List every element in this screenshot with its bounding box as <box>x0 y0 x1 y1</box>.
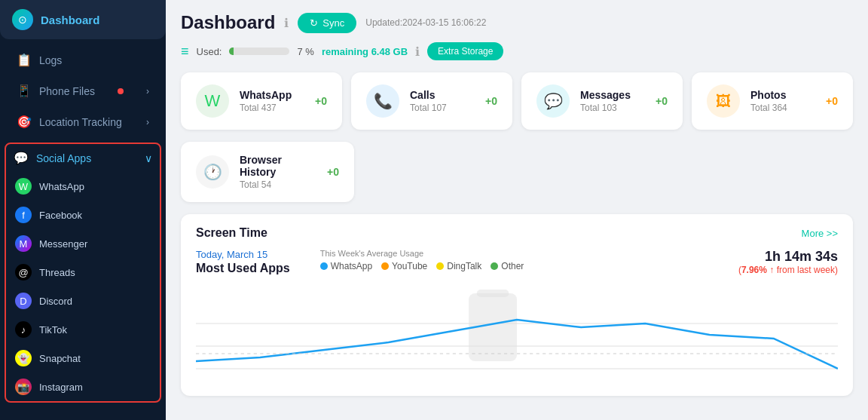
storage-bar-background <box>229 48 289 55</box>
legend-other-dot <box>491 262 498 270</box>
sidebar-item-messenger[interactable]: M Messenger <box>6 229 160 258</box>
updated-timestamp: Updated:2024-03-15 16:06:22 <box>365 17 486 28</box>
sync-button[interactable]: ↻ Sync <box>298 13 356 33</box>
browser-card-row: 🕐 Browser History Total 54 +0 <box>181 142 853 202</box>
photos-stat-name: Photos <box>750 89 815 101</box>
sidebar-item-phone-files[interactable]: 📱 Phone Files › <box>5 76 161 106</box>
sidebar-item-instagram[interactable]: 📸 Instagram <box>6 372 160 401</box>
threads-icon: @ <box>15 264 32 281</box>
messages-stat-info: Messages Total 103 <box>580 89 645 113</box>
storage-icon: ≡ <box>181 44 189 60</box>
page-title: Dashboard <box>181 12 275 33</box>
snapchat-icon: 👻 <box>15 350 32 366</box>
photos-stat-delta: +0 <box>826 95 838 107</box>
whatsapp-stat-icon: W <box>196 84 229 118</box>
photos-stat-card[interactable]: 🖼 Photos Total 364 +0 <box>692 72 853 130</box>
facebook-label: Facebook <box>39 210 82 221</box>
browser-stat-count: Total 54 <box>240 179 316 190</box>
info-icon[interactable]: ℹ <box>284 16 289 30</box>
social-apps-label: Social Apps <box>36 152 91 164</box>
sidebar-item-location-tracking[interactable]: 🎯 Location Tracking › <box>5 107 161 136</box>
screen-time-most-used-label: Most Used Apps <box>196 262 290 275</box>
sidebar-item-snapchat[interactable]: 👻 Snapchat <box>6 344 160 372</box>
browser-stat-name: Browser History <box>240 154 316 178</box>
legend-whatsapp-dot <box>320 262 328 270</box>
messages-stat-name: Messages <box>580 89 645 101</box>
sidebar-location-label: Location Tracking <box>39 116 122 128</box>
phone-files-dot <box>118 88 124 94</box>
legend-dingtalk-label: DingTalk <box>447 261 481 271</box>
calls-stat-card[interactable]: 📞 Calls Total 107 +0 <box>351 72 512 130</box>
instagram-label: Instagram <box>39 382 83 393</box>
legend-whatsapp: WhatsApp <box>320 261 372 271</box>
whatsapp-stat-count: Total 437 <box>240 103 304 113</box>
whatsapp-icon: W <box>15 178 32 195</box>
threads-label: Threads <box>39 267 75 278</box>
sync-label: Sync <box>322 17 344 29</box>
photos-stat-icon: 🖼 <box>707 84 740 118</box>
sidebar-dashboard-label: Dashboard <box>41 14 99 26</box>
sidebar-item-facebook[interactable]: f Facebook <box>6 201 160 229</box>
legend-dingtalk: DingTalk <box>436 261 481 271</box>
messages-stat-count: Total 103 <box>580 103 645 113</box>
sidebar-item-logs[interactable]: 📋 Logs <box>5 45 161 75</box>
sidebar-item-tiktok[interactable]: ♪ TikTok <box>6 315 160 344</box>
tiktok-icon: ♪ <box>15 321 32 338</box>
calls-stat-info: Calls Total 107 <box>410 89 475 113</box>
legend-dingtalk-dot <box>436 262 444 270</box>
whatsapp-stat-card[interactable]: W WhatsApp Total 437 +0 <box>181 72 342 130</box>
more-link[interactable]: More >> <box>802 228 838 239</box>
storage-info-icon[interactable]: ℹ <box>415 44 420 59</box>
whatsapp-stat-info: WhatsApp Total 437 <box>240 89 304 113</box>
phone-files-icon: 📱 <box>17 84 32 98</box>
main-content: Dashboard ℹ ↻ Sync Updated:2024-03-15 16… <box>166 0 868 420</box>
screen-time-left-meta: Today, March 15 Most Used Apps <box>196 249 290 275</box>
messenger-label: Messenger <box>39 238 87 250</box>
legend-youtube: YouTube <box>381 261 427 271</box>
photos-stat-info: Photos Total 364 <box>750 89 815 113</box>
calls-stat-icon: 📞 <box>366 84 399 118</box>
social-apps-icon: 💬 <box>14 151 29 165</box>
storage-bar-fill <box>229 48 234 55</box>
screen-time-meta: Today, March 15 Most Used Apps This Week… <box>196 249 838 275</box>
discord-icon: D <box>15 293 32 309</box>
legend-other-label: Other <box>501 261 524 271</box>
screen-time-header: Screen Time More >> <box>196 226 838 240</box>
screen-time-card: Screen Time More >> Today, March 15 Most… <box>181 214 853 396</box>
sidebar-item-threads[interactable]: @ Threads <box>6 258 160 287</box>
screen-time-right-meta: 1h 14m 34s (7.96% ↑ from last week) <box>738 249 838 275</box>
browser-stat-icon: 🕐 <box>196 155 229 189</box>
extra-storage-button[interactable]: Extra Storage <box>427 42 503 60</box>
screen-time-date: Today, March 15 <box>196 249 290 260</box>
weekly-label: This Week's Average Usage <box>320 249 524 258</box>
tiktok-label: TikTok <box>39 324 67 336</box>
page-header: Dashboard ℹ ↻ Sync Updated:2024-03-15 16… <box>181 12 853 33</box>
storage-percent: 7 % <box>297 46 313 57</box>
browser-history-card[interactable]: 🕐 Browser History Total 54 +0 <box>181 142 354 202</box>
sync-icon: ↻ <box>310 17 318 29</box>
legend-whatsapp-label: WhatsApp <box>331 261 372 271</box>
social-apps-header[interactable]: 💬 Social Apps ∨ <box>6 144 160 172</box>
calls-stat-name: Calls <box>410 89 475 101</box>
messages-stat-card[interactable]: 💬 Messages Total 103 +0 <box>521 72 683 130</box>
storage-remaining: remaining 6.48 GB <box>322 46 408 57</box>
sidebar-logs-label: Logs <box>39 54 62 66</box>
instagram-icon: 📸 <box>15 379 32 395</box>
messages-stat-icon: 💬 <box>536 84 570 118</box>
social-apps-chevron-icon: ∨ <box>145 152 152 164</box>
screen-time-mid-meta: This Week's Average Usage WhatsApp YouTu… <box>320 249 524 271</box>
stat-cards-row: W WhatsApp Total 437 +0 📞 Calls Total 10… <box>181 72 853 130</box>
sidebar-header[interactable]: ⊙ Dashboard <box>0 0 166 39</box>
dashboard-logo-icon: ⊙ <box>12 9 33 30</box>
legend-other: Other <box>491 261 524 271</box>
chart-legend: WhatsApp YouTube DingTalk Other <box>320 261 524 271</box>
discord-label: Discord <box>39 296 72 307</box>
storage-row: ≡ Used: 7 % remaining 6.48 GB ℹ Extra St… <box>181 42 853 60</box>
legend-youtube-label: YouTube <box>392 261 427 271</box>
sidebar-item-whatsapp[interactable]: W WhatsApp <box>6 172 160 201</box>
location-chevron-icon: › <box>146 117 149 127</box>
sidebar: ⊙ Dashboard 📋 Logs 📱 Phone Files › 🎯 Loc… <box>0 0 166 420</box>
location-icon: 🎯 <box>17 115 32 129</box>
social-apps-section: 💬 Social Apps ∨ W WhatsApp f Facebook M … <box>5 143 161 403</box>
sidebar-item-discord[interactable]: D Discord <box>6 287 160 315</box>
